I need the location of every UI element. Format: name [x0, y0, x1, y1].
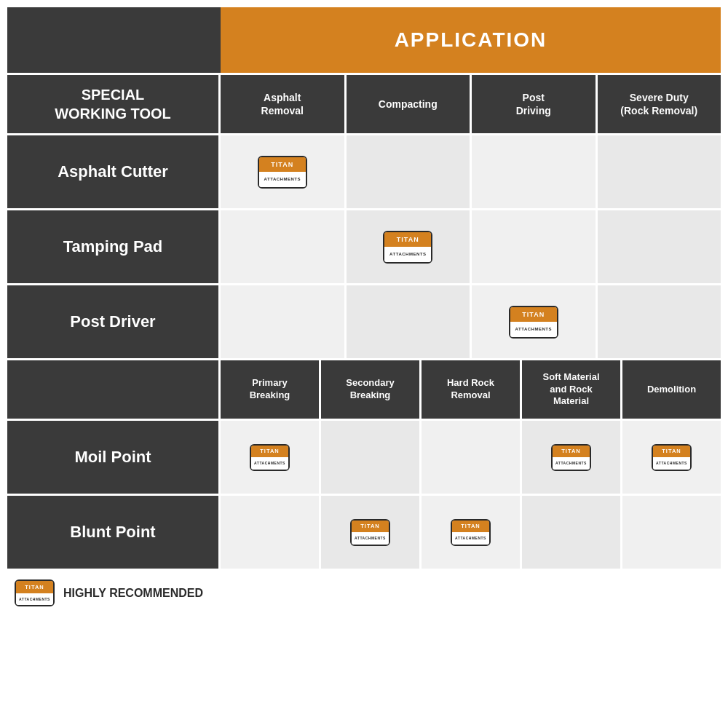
application-title: APPLICATION — [395, 28, 547, 52]
col-asphalt-removal: AsphaltRemoval — [221, 75, 347, 133]
titan-badge-bottom: ATTACHMENTS — [16, 593, 53, 606]
application-title-cell: APPLICATION — [221, 7, 721, 73]
top-column-headers: SPECIAL WORKING TOOL AsphaltRemoval Comp… — [7, 73, 721, 133]
blunt-point-col4 — [522, 496, 622, 569]
asphalt-cutter-cells: TITAN ATTACHMENTS — [221, 135, 721, 208]
tamping-pad-col1 — [221, 210, 347, 283]
asphalt-cutter-col2 — [347, 135, 472, 208]
post-driver-text: Post Driver — [70, 312, 155, 331]
blunt-point-col1 — [221, 496, 321, 569]
tamping-pad-label: Tamping Pad — [7, 210, 221, 283]
tool-label-cell: SPECIAL WORKING TOOL — [7, 75, 221, 133]
col-compacting-label: Compacting — [379, 98, 438, 111]
legend-row: TITAN ATTACHMENTS HIGHLY RECOMMENDED — [7, 569, 721, 617]
titan-badge-bottom: ATTACHMENTS — [452, 532, 489, 545]
post-driver-col4 — [598, 285, 721, 358]
titan-badge-bottom: ATTACHMENTS — [510, 322, 557, 337]
titan-badge-bottom: ATTACHMENTS — [259, 172, 306, 187]
col-compacting: Compacting — [347, 75, 472, 133]
titan-badge-moil-soft: TITAN ATTACHMENTS — [551, 444, 591, 471]
post-driver-col2 — [347, 285, 472, 358]
col-hard-rock: Hard RockRemoval — [422, 360, 522, 419]
blunt-point-col2: TITAN ATTACHMENTS — [321, 496, 422, 569]
col-soft-material-label: Soft Materialand RockMaterial — [542, 371, 599, 408]
titan-badge-top: TITAN — [553, 446, 590, 458]
titan-badge-top: TITAN — [384, 232, 431, 248]
blunt-point-row: Blunt Point TITAN ATTACHMENTS TITAN ATTA… — [7, 494, 721, 569]
col-soft-material: Soft Materialand RockMaterial — [522, 360, 622, 419]
titan-badge-top: TITAN — [259, 157, 306, 173]
moil-point-text: Moil Point — [74, 448, 151, 467]
asphalt-cutter-label: Asphalt Cutter — [7, 135, 221, 208]
titan-badge-top: TITAN — [251, 446, 288, 458]
tamping-pad-col4 — [598, 210, 721, 283]
moil-point-col5: TITAN ATTACHMENTS — [622, 421, 721, 494]
col-demolition-label: Demolition — [647, 384, 696, 396]
titan-badge-moil-primary: TITAN ATTACHMENTS — [250, 444, 290, 471]
col-post-driving: PostDriving — [472, 75, 598, 133]
tamping-pad-col3 — [472, 210, 598, 283]
blunt-point-col3: TITAN ATTACHMENTS — [422, 496, 522, 569]
col-hard-rock-label: Hard RockRemoval — [447, 377, 494, 402]
col-primary-breaking-label: PrimaryBreaking — [250, 377, 290, 402]
blunt-point-col5 — [622, 496, 721, 569]
blunt-point-label: Blunt Point — [7, 496, 221, 569]
titan-badge-top: TITAN — [352, 521, 389, 533]
titan-badge-moil-demo: TITAN ATTACHMENTS — [652, 444, 692, 471]
moil-point-col2 — [321, 421, 422, 494]
titan-badge-top: TITAN — [16, 581, 53, 593]
blunt-point-text: Blunt Point — [70, 523, 155, 542]
col-primary-breaking: PrimaryBreaking — [221, 360, 321, 419]
post-driver-cells: TITAN ATTACHMENTS — [221, 285, 721, 358]
titan-badge-asphalt-cutter: TITAN ATTACHMENTS — [258, 156, 307, 189]
tamping-pad-text: Tamping Pad — [63, 237, 163, 256]
application-header: APPLICATION — [7, 7, 721, 73]
post-driver-row: Post Driver TITAN ATTACHMENTS — [7, 283, 721, 358]
post-driver-col3: TITAN ATTACHMENTS — [472, 285, 598, 358]
col-secondary-breaking-label: SecondaryBreaking — [346, 377, 394, 402]
moil-point-col4: TITAN ATTACHMENTS — [522, 421, 622, 494]
col-secondary-breaking: SecondaryBreaking — [321, 360, 422, 419]
asphalt-cutter-text: Asphalt Cutter — [58, 162, 168, 181]
col-demolition: Demolition — [622, 360, 721, 419]
asphalt-cutter-col3 — [472, 135, 598, 208]
titan-badge-top: TITAN — [510, 307, 557, 323]
moil-point-row: Moil Point TITAN ATTACHMENTS TITAN ATTAC… — [7, 419, 721, 494]
titan-badge-bottom: ATTACHMENTS — [553, 457, 590, 470]
header-left-spacer — [7, 7, 221, 73]
tool-label: SPECIAL WORKING TOOL — [55, 85, 171, 123]
titan-badge-tamping-pad: TITAN ATTACHMENTS — [383, 231, 432, 264]
asphalt-cutter-col1: TITAN ATTACHMENTS — [221, 135, 347, 208]
top-col-cells: AsphaltRemoval Compacting PostDriving Se… — [221, 75, 721, 133]
asphalt-cutter-row: Asphalt Cutter TITAN ATTACHMENTS — [7, 133, 721, 208]
blunt-point-cells: TITAN ATTACHMENTS TITAN ATTACHMENTS — [221, 496, 721, 569]
moil-point-col3 — [422, 421, 522, 494]
titan-badge-blunt-secondary: TITAN ATTACHMENTS — [350, 519, 390, 546]
titan-badge-top: TITAN — [452, 521, 489, 533]
moil-point-cells: TITAN ATTACHMENTS TITAN ATTACHMENTS TITA… — [221, 421, 721, 494]
tamping-pad-row: Tamping Pad TITAN ATTACHMENTS — [7, 208, 721, 283]
col-severe-duty-label: Severe Duty(Rock Removal) — [620, 91, 697, 117]
asphalt-cutter-col4 — [598, 135, 721, 208]
section2-cols: PrimaryBreaking SecondaryBreaking Hard R… — [221, 360, 721, 419]
col-severe-duty: Severe Duty(Rock Removal) — [598, 75, 721, 133]
moil-point-label: Moil Point — [7, 421, 221, 494]
titan-badge-bottom: ATTACHMENTS — [352, 532, 389, 545]
post-driver-label: Post Driver — [7, 285, 221, 358]
titan-badge-legend: TITAN ATTACHMENTS — [15, 579, 55, 606]
titan-badge-post-driver: TITAN ATTACHMENTS — [509, 306, 558, 339]
col-post-driving-label: PostDriving — [516, 91, 551, 117]
titan-badge-top: TITAN — [653, 446, 690, 458]
titan-badge-bottom: ATTACHMENTS — [251, 457, 288, 470]
tamping-pad-col2: TITAN ATTACHMENTS — [347, 210, 472, 283]
titan-badge-bottom: ATTACHMENTS — [384, 247, 431, 262]
bottom-section-header: PrimaryBreaking SecondaryBreaking Hard R… — [7, 358, 721, 419]
section2-label-spacer — [7, 360, 221, 419]
post-driver-col1 — [221, 285, 347, 358]
legend-label: HIGHLY RECOMMENDED — [63, 587, 203, 600]
moil-point-col1: TITAN ATTACHMENTS — [221, 421, 321, 494]
tamping-pad-cells: TITAN ATTACHMENTS — [221, 210, 721, 283]
titan-badge-blunt-hard: TITAN ATTACHMENTS — [451, 519, 491, 546]
titan-badge-bottom: ATTACHMENTS — [653, 457, 690, 470]
col-asphalt-removal-label: AsphaltRemoval — [261, 91, 304, 117]
